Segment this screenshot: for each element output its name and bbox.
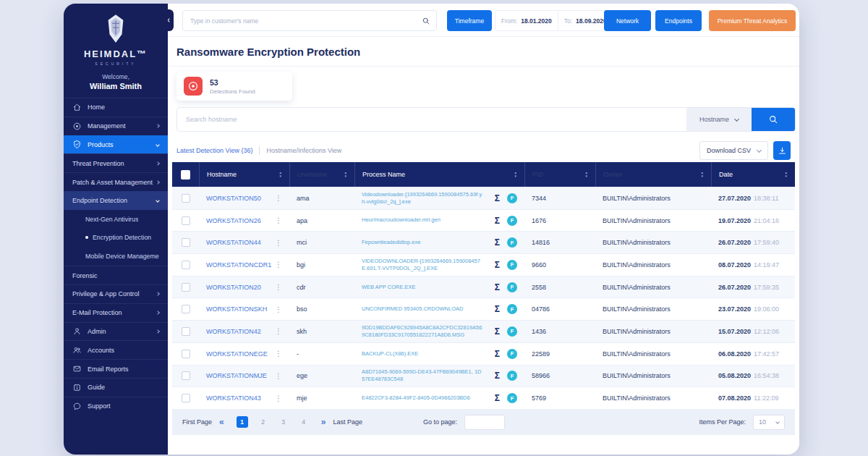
process-events-icon[interactable]: Σ xyxy=(495,237,500,248)
header-date[interactable]: Date▲▼ xyxy=(711,162,795,187)
goto-page-input[interactable] xyxy=(464,415,505,430)
select-all-checkbox[interactable] xyxy=(181,170,190,180)
download-button[interactable] xyxy=(773,141,791,160)
file-scan-icon[interactable]: F xyxy=(507,216,517,226)
file-scan-icon[interactable]: F xyxy=(507,237,517,248)
row-checkbox[interactable] xyxy=(182,371,190,380)
hostname-search-button[interactable] xyxy=(752,108,795,131)
header-hostname[interactable]: Hostname▲▼ xyxy=(199,162,289,187)
header-pid[interactable]: PID▲▼ xyxy=(524,162,595,187)
file-scan-icon[interactable]: F xyxy=(507,260,517,270)
file-scan-icon[interactable]: F xyxy=(507,193,517,203)
kebab-menu-icon[interactable]: ⋮ xyxy=(275,283,282,291)
row-checkbox[interactable] xyxy=(182,394,190,402)
download-csv-dropdown[interactable]: Download CSV xyxy=(699,141,768,160)
header-owner[interactable]: Owner▲▼ xyxy=(595,162,711,187)
sort-icon[interactable]: ▲▼ xyxy=(344,172,347,178)
next-page-icon[interactable]: » xyxy=(321,417,326,427)
file-scan-icon[interactable]: F xyxy=(507,349,517,359)
hostname-link[interactable]: WORKSTATION42 xyxy=(206,328,261,335)
from-date-value[interactable]: 18.01.2020 xyxy=(521,17,552,25)
hostname-search-input[interactable] xyxy=(177,108,686,131)
first-page-button[interactable]: First Page xyxy=(182,418,212,426)
sidebar-item-next-gen-antivirus[interactable]: Next-Gen Antivirus xyxy=(64,210,168,229)
file-scan-icon[interactable]: F xyxy=(507,282,517,292)
file-scan-icon[interactable]: F xyxy=(507,393,517,403)
sidebar-item-forensic[interactable]: Forensic xyxy=(64,266,168,284)
sort-icon[interactable]: ▲▼ xyxy=(514,172,517,178)
page-number-3[interactable]: 3 xyxy=(278,418,289,426)
hostname-link[interactable]: WORKSTATIONCDR1 xyxy=(206,261,271,269)
sidebar-item-encryption-detection[interactable]: Encryption Detection xyxy=(64,229,168,248)
hostname-link[interactable]: WORKSTATIONMJE xyxy=(206,372,267,379)
kebab-menu-icon[interactable]: ⋮ xyxy=(275,394,282,402)
sort-icon[interactable]: ▲▼ xyxy=(701,172,704,178)
process-events-icon[interactable]: Σ xyxy=(495,304,500,314)
sidebar-item-privilege-app-control[interactable]: Privilege & App Control xyxy=(64,284,168,303)
process-events-icon[interactable]: Σ xyxy=(495,193,500,203)
row-checkbox[interactable] xyxy=(182,327,190,336)
sidebar-item-email-reports[interactable]: Email Reports xyxy=(64,359,168,378)
header-username[interactable]: Username▲▼ xyxy=(289,162,354,187)
row-checkbox[interactable] xyxy=(182,216,190,225)
sidebar-item-management[interactable]: Management xyxy=(64,117,168,135)
file-scan-icon[interactable]: F xyxy=(507,304,517,314)
tab-hostname-infections-view[interactable]: Hostname/Infections View xyxy=(266,147,341,154)
hostname-link[interactable]: WORKSTATION26 xyxy=(206,217,261,224)
process-events-icon[interactable]: Σ xyxy=(495,349,500,359)
page-number-2[interactable]: 2 xyxy=(258,418,268,426)
sidebar-item-guide[interactable]: Guide xyxy=(64,378,168,397)
network-button[interactable]: Network xyxy=(604,10,651,31)
page-number-1[interactable]: 1 xyxy=(237,416,248,428)
row-checkbox[interactable] xyxy=(182,350,190,358)
file-scan-icon[interactable]: F xyxy=(507,371,517,381)
kebab-menu-icon[interactable]: ⋮ xyxy=(275,239,282,247)
hostname-link[interactable]: WORKSTATIONEGE xyxy=(206,350,268,358)
process-events-icon[interactable]: Σ xyxy=(495,216,500,226)
sort-icon[interactable]: ▲▼ xyxy=(585,172,588,178)
kebab-menu-icon[interactable]: ⋮ xyxy=(275,194,282,202)
endpoints-button[interactable]: Endpoints xyxy=(655,10,702,31)
items-per-page-select[interactable]: 10 xyxy=(753,415,785,430)
row-checkbox[interactable] xyxy=(182,194,190,203)
hostname-link[interactable]: WORKSTATIONSKH xyxy=(206,305,267,313)
sidebar-item-threat-prevention[interactable]: Threat Prevention xyxy=(64,153,168,172)
process-events-icon[interactable]: Σ xyxy=(495,371,500,381)
file-scan-icon[interactable]: F xyxy=(507,326,517,337)
kebab-menu-icon[interactable]: ⋮ xyxy=(275,372,282,380)
kebab-menu-icon[interactable]: ⋮ xyxy=(275,305,282,313)
sidebar-item-home[interactable]: Home xyxy=(64,98,168,117)
row-checkbox[interactable] xyxy=(182,238,190,247)
sort-icon[interactable]: ▲▼ xyxy=(785,172,788,178)
process-events-icon[interactable]: Σ xyxy=(495,260,500,270)
process-events-icon[interactable]: Σ xyxy=(495,282,500,292)
hostname-link[interactable]: WORKSTATION20 xyxy=(206,284,261,291)
sort-icon[interactable]: ▲▼ xyxy=(279,172,282,178)
sidebar-item-admin[interactable]: Admin xyxy=(64,322,168,341)
sidebar-item-endpoint-detection[interactable]: Endpoint Detection xyxy=(64,191,168,210)
row-checkbox[interactable] xyxy=(182,305,190,313)
customer-search-input[interactable] xyxy=(190,17,422,25)
kebab-menu-icon[interactable]: ⋮ xyxy=(275,350,282,358)
sidebar-collapse-button[interactable] xyxy=(168,9,174,31)
to-date-value[interactable]: 18.09.2020 xyxy=(576,17,607,25)
kebab-menu-icon[interactable]: ⋮ xyxy=(275,216,282,224)
kebab-menu-icon[interactable]: ⋮ xyxy=(275,261,282,269)
process-events-icon[interactable]: Σ xyxy=(495,393,500,403)
sidebar-item-support[interactable]: Support xyxy=(64,397,168,415)
hostname-filter-dropdown[interactable]: Hostname xyxy=(686,108,752,131)
process-events-icon[interactable]: Σ xyxy=(495,326,500,337)
kebab-menu-icon[interactable]: ⋮ xyxy=(275,327,282,335)
tab-latest-detection-view[interactable]: Latest Detection View (36) xyxy=(176,147,252,154)
header-process-name[interactable]: Process Name▲▼ xyxy=(354,162,524,187)
sidebar-item-e-mail-protection[interactable]: E-Mail Protection xyxy=(64,303,168,322)
hostname-link[interactable]: WORKSTATION44 xyxy=(206,239,261,246)
hostname-link[interactable]: WORKSTATION43 xyxy=(206,394,261,402)
row-checkbox[interactable] xyxy=(182,261,190,269)
sidebar-item-products[interactable]: Products xyxy=(64,135,168,154)
last-page-button[interactable]: Last Page xyxy=(333,418,362,426)
timeframe-button[interactable]: Timeframe xyxy=(447,10,492,31)
row-checkbox[interactable] xyxy=(182,283,190,292)
premium-threat-analytics-button[interactable]: Premium Threat Analytics xyxy=(709,10,796,31)
sidebar-item-patch-asset-management[interactable]: Patch & Asset Management xyxy=(64,172,168,191)
